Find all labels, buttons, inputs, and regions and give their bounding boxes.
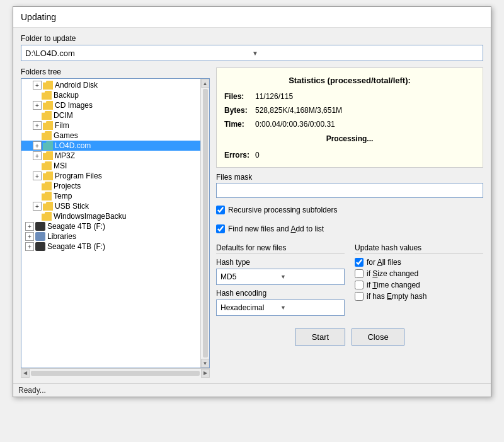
for-all-checkbox[interactable] [355, 258, 364, 267]
expand-btn[interactable]: + [33, 101, 42, 110]
hash-type-value: MD5 [220, 272, 280, 281]
tree-item-label: Games [54, 131, 78, 140]
expand-btn[interactable]: + [33, 151, 42, 160]
for-all-row: for All files [355, 258, 483, 267]
tree-item-label: Program Files [55, 172, 102, 180]
recursive-checkbox[interactable] [216, 206, 225, 214]
tree-container[interactable]: +Android DiskBackup+CD ImagesDCIM+FilmGa… [21, 78, 210, 368]
tree-item[interactable]: +USB Stick [21, 201, 209, 211]
defaults-header: Defaults for new files [216, 243, 345, 254]
tree-panel: Folders tree +Android DiskBackup+CD Imag… [21, 67, 210, 377]
folder-icon [42, 111, 52, 120]
scroll-track [203, 89, 208, 358]
folder-icon [43, 202, 53, 211]
recursive-checkbox-row: Recursive processing subfolders [216, 206, 483, 214]
time-checkbox[interactable] [355, 281, 364, 289]
recursive-label[interactable]: Recursive processing subfolders [228, 206, 337, 214]
expand-btn[interactable]: + [25, 242, 34, 251]
files-mask-section: Files mask [216, 173, 483, 198]
expand-btn[interactable]: + [33, 202, 42, 211]
empty-label[interactable]: if has Empty hash [367, 292, 427, 301]
find-new-label[interactable]: Find new files and Add to list [228, 224, 324, 233]
hash-type-label: Hash type [216, 258, 345, 267]
tree-item[interactable]: Projects [21, 181, 209, 191]
hash-encoding-arrow: ▼ [280, 305, 340, 311]
scroll-up-btn[interactable]: ▲ [201, 79, 210, 88]
tree-item[interactable]: +Seagate 4TB (F:) [21, 241, 209, 252]
tree-item[interactable]: +Android Disk [21, 80, 209, 90]
folder-icon [43, 101, 53, 110]
hash-encoding-dropdown[interactable]: Hexadecimal ▼ [216, 300, 345, 316]
tree-item-label: Libraries [47, 232, 76, 241]
tree-item[interactable]: Temp [21, 191, 209, 201]
tree-item-label: MSI [54, 161, 67, 170]
files-value: 11/126/115 [255, 90, 293, 104]
status-text: Ready... [18, 386, 46, 395]
tree-item-label: Seagate 4TB (F:) [47, 222, 105, 231]
tree-item[interactable]: +CD Images [21, 100, 209, 110]
expand-btn[interactable]: + [33, 81, 42, 90]
errors-value: 0 [255, 149, 260, 163]
folder-arrow: ▼ [252, 50, 479, 57]
empty-row: if has Empty hash [355, 292, 483, 301]
scroll-down-btn[interactable]: ▼ [201, 359, 210, 368]
scroll-left-btn[interactable]: ◀ [21, 369, 30, 378]
tree-item-label: MP3Z [55, 151, 75, 160]
expand-btn[interactable]: + [25, 222, 34, 231]
tree-item[interactable]: +Program Files [21, 171, 209, 181]
stats-box: Statistics (processed/total/left): Files… [216, 67, 483, 168]
scroll-right-btn[interactable]: ▶ [201, 369, 210, 378]
files-label: Files: [224, 90, 253, 104]
start-button[interactable]: Start [295, 329, 345, 346]
tree-hscrollbar[interactable]: ◀ ▶ [21, 368, 210, 377]
tree-item[interactable]: +Seagate 4TB (F:) [21, 221, 209, 231]
two-col-section: Defaults for new files Hash type MD5 ▼ H… [216, 243, 483, 318]
close-button[interactable]: Close [352, 329, 404, 346]
tree-item-label: Projects [54, 182, 81, 190]
hash-type-arrow: ▼ [280, 274, 340, 280]
status-bar: Ready... [13, 383, 491, 397]
files-mask-label: Files mask [216, 173, 483, 182]
folder-icon [43, 172, 53, 180]
folder-icon [42, 161, 52, 170]
folder-icon [35, 222, 45, 231]
tree-inner[interactable]: +Android DiskBackup+CD ImagesDCIM+FilmGa… [21, 79, 209, 368]
empty-checkbox[interactable] [355, 292, 364, 301]
for-all-label[interactable]: for All files [367, 258, 401, 267]
title-bar: Updating [13, 7, 491, 28]
window-title: Updating [21, 12, 56, 22]
folder-icon [42, 182, 52, 190]
tree-item[interactable]: +LO4D.com [21, 141, 209, 151]
folder-icon [35, 232, 45, 241]
tree-vscrollbar[interactable]: ▲ ▼ [200, 79, 209, 368]
expand-btn[interactable]: + [33, 172, 42, 180]
tree-item[interactable]: +Libraries [21, 231, 209, 241]
files-mask-input[interactable] [216, 183, 483, 198]
tree-item-label: CD Images [55, 101, 93, 110]
tree-item[interactable]: +MP3Z [21, 151, 209, 161]
size-checkbox[interactable] [355, 269, 364, 278]
tree-item[interactable]: Backup [21, 90, 209, 100]
time-changed-label[interactable]: if Time changed [367, 281, 420, 289]
time-label: Time: [224, 118, 253, 132]
tree-item[interactable]: WindowsImageBacku [21, 211, 209, 221]
expand-btn[interactable]: + [33, 141, 42, 150]
hash-type-dropdown[interactable]: MD5 ▼ [216, 269, 345, 285]
folder-dropdown[interactable]: D:\LO4D.com ▼ [21, 45, 483, 61]
stats-title: Statistics (processed/total/left): [224, 73, 475, 88]
find-new-checkbox[interactable] [216, 224, 225, 233]
size-label[interactable]: if Size changed [367, 269, 418, 278]
tree-item[interactable]: DCIM [21, 110, 209, 120]
tree-item[interactable]: Games [21, 131, 209, 141]
folder-icon [35, 242, 45, 251]
folder-icon [43, 121, 53, 130]
find-new-checkbox-row: Find new files and Add to list [216, 224, 483, 233]
tree-item[interactable]: MSI [21, 161, 209, 171]
bytes-stat-row: Bytes: 528,825K/4,168M/3,651M [224, 104, 475, 118]
folder-icon [43, 151, 53, 160]
tree-item[interactable]: +Film [21, 120, 209, 131]
bytes-label: Bytes: [224, 104, 253, 118]
expand-btn[interactable]: + [33, 121, 42, 130]
tree-item-label: Seagate 4TB (F:) [47, 242, 105, 251]
expand-btn[interactable]: + [25, 232, 34, 241]
